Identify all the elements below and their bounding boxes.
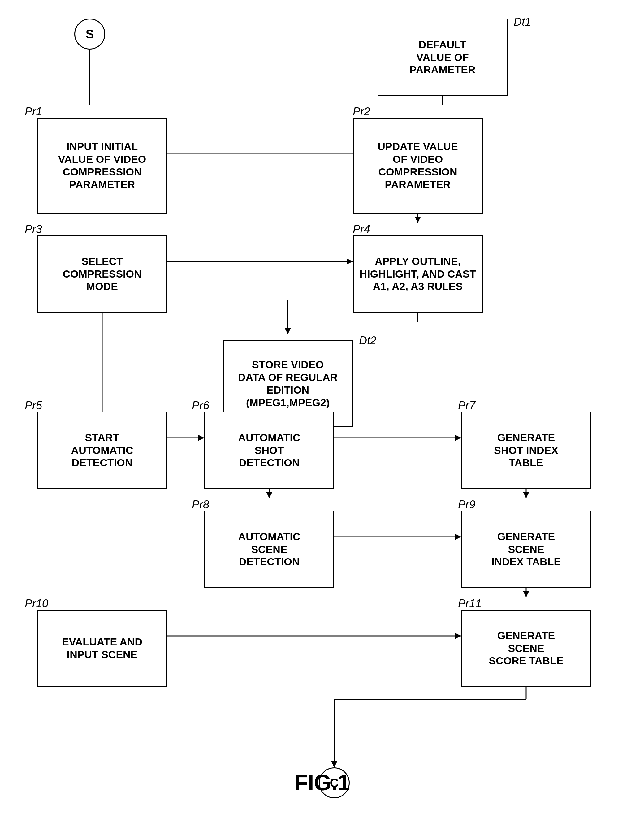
generate-shot-text: GENERATE SHOT INDEX TABLE [494, 431, 558, 469]
svg-marker-19 [455, 435, 461, 441]
default-value-box: DEFAULT VALUE OF PARAMETER [377, 18, 508, 96]
input-initial-box: INPUT INITIAL VALUE OF VIDEO COMPRESSION… [37, 118, 167, 213]
svg-marker-33 [331, 761, 337, 767]
flowchart-diagram: S DEFAULT VALUE OF PARAMETER Dt1 Pr1 INP… [0, 0, 644, 820]
svg-marker-4 [415, 217, 421, 223]
input-initial-text: INPUT INITIAL VALUE OF VIDEO COMPRESSION… [58, 140, 146, 191]
automatic-shot-text: AUTOMATIC SHOT DETECTION [238, 431, 301, 469]
start-automatic-box: START AUTOMATIC DETECTION [37, 412, 167, 489]
automatic-scene-box: AUTOMATIC SCENE DETECTION [204, 510, 334, 588]
pr9-label: Pr9 [458, 498, 475, 511]
pr8-label: Pr8 [192, 498, 209, 511]
svg-marker-21 [266, 492, 272, 498]
svg-marker-27 [523, 591, 529, 597]
svg-marker-23 [523, 492, 529, 498]
svg-marker-29 [455, 633, 461, 639]
generate-score-text: GENERATE SCENE SCORE TABLE [489, 629, 563, 667]
store-video-text: STORE VIDEO DATA OF REGULAR EDITION (MPE… [238, 358, 337, 409]
pr5-label: Pr5 [25, 399, 42, 412]
figure-label: FIG.1 [0, 770, 644, 795]
automatic-scene-text: AUTOMATIC SCENE DETECTION [238, 530, 301, 568]
pr10-label: Pr10 [25, 597, 48, 610]
automatic-shot-box: AUTOMATIC SHOT DETECTION [204, 412, 334, 489]
start-circle: S [74, 18, 105, 49]
pr4-label: Pr4 [353, 223, 370, 236]
pr2-label: Pr2 [353, 105, 370, 118]
pr1-label: Pr1 [25, 105, 42, 118]
generate-score-box: GENERATE SCENE SCORE TABLE [461, 610, 591, 687]
svg-marker-10 [285, 328, 291, 334]
dt2-label: Dt2 [359, 334, 376, 347]
apply-outline-box: APPLY OUTLINE, HIGHLIGHT, AND CAST A1, A… [353, 235, 483, 313]
pr11-label: Pr11 [458, 597, 481, 610]
pr6-label: Pr6 [192, 399, 209, 412]
evaluate-input-text: EVALUATE AND INPUT SCENE [62, 636, 143, 661]
update-value-text: UPDATE VALUE OF VIDEO COMPRESSION PARAME… [377, 140, 458, 191]
default-value-text: DEFAULT VALUE OF PARAMETER [410, 38, 476, 76]
generate-scene-text: GENERATE SCENE INDEX TABLE [491, 530, 561, 568]
pr7-label: Pr7 [458, 399, 475, 412]
start-label: S [86, 27, 94, 41]
svg-marker-13 [198, 435, 204, 441]
svg-marker-25 [455, 534, 461, 540]
dt1-label: Dt1 [514, 15, 531, 29]
pr3-label: Pr3 [25, 223, 42, 236]
start-automatic-text: START AUTOMATIC DETECTION [71, 431, 133, 469]
generate-shot-box: GENERATE SHOT INDEX TABLE [461, 412, 591, 489]
evaluate-input-box: EVALUATE AND INPUT SCENE [37, 610, 167, 687]
update-value-box: UPDATE VALUE OF VIDEO COMPRESSION PARAME… [353, 118, 483, 213]
generate-scene-box: GENERATE SCENE INDEX TABLE [461, 510, 591, 588]
apply-outline-text: APPLY OUTLINE, HIGHLIGHT, AND CAST A1, A… [360, 255, 476, 293]
select-compression-text: SELECT COMPRESSION MODE [63, 255, 141, 293]
select-compression-box: SELECT COMPRESSION MODE [37, 235, 167, 313]
svg-marker-6 [347, 258, 353, 265]
